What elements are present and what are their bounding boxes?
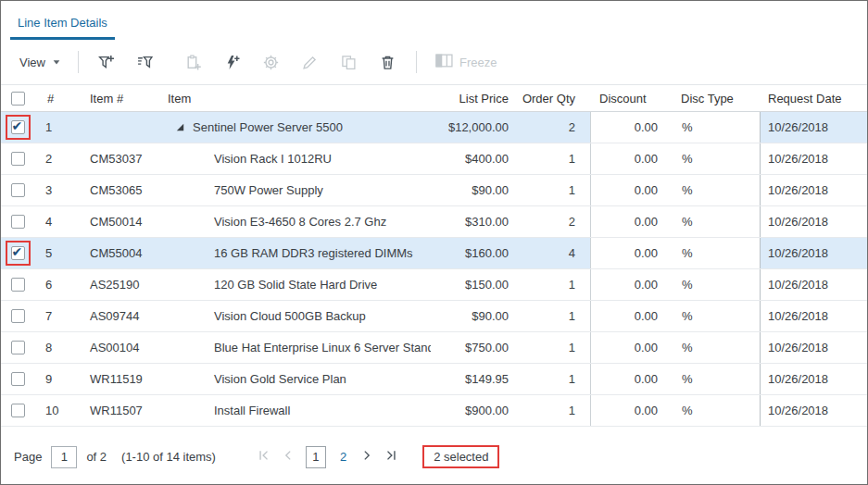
row-checkbox[interactable] — [11, 246, 25, 260]
checkbox-wrap — [6, 335, 31, 360]
discount-value[interactable]: 0.00 — [591, 175, 676, 205]
table-row-9[interactable]: 9WR11519Vision Gold Service Plan$149.951… — [1, 364, 867, 395]
disc-type-value[interactable]: % — [676, 112, 760, 143]
select-all-checkbox[interactable] — [11, 92, 25, 106]
add-filter-icon[interactable] — [90, 48, 123, 76]
row-checkbox[interactable] — [11, 120, 25, 134]
tree-collapse-icon[interactable] — [175, 122, 185, 132]
quick-create-icon[interactable] — [216, 48, 249, 76]
column-header-num[interactable]: # — [34, 85, 71, 111]
column-header-list-price[interactable]: List Price — [431, 85, 518, 111]
discount-editor[interactable]: 0.00% — [590, 112, 761, 143]
row-number: 1 — [45, 120, 52, 134]
row-checkbox[interactable] — [11, 404, 25, 417]
discount-editor[interactable]: 0.00% — [590, 206, 761, 237]
item-name: Blue Hat Enterprise Linux 6 Server Stand… — [214, 341, 431, 354]
disc-type-value[interactable]: % — [676, 395, 760, 426]
next-page-button[interactable] — [356, 446, 378, 468]
row-checkbox[interactable] — [11, 341, 25, 354]
disc-type-value[interactable]: % — [676, 143, 760, 174]
delete-icon[interactable] — [371, 48, 405, 76]
checkbox-wrap — [6, 146, 31, 171]
table-row-6[interactable]: 6AS25190120 GB Solid State Hard Drive$15… — [1, 269, 867, 301]
page-2-button[interactable]: 2 — [333, 450, 354, 464]
column-header-item[interactable]: Item — [160, 85, 431, 111]
table-header-row: #Item #ItemList PriceOrder QtyDiscountDi… — [1, 84, 867, 112]
item-code: AS00104 — [90, 341, 140, 354]
discount-value[interactable]: 0.00 — [591, 112, 676, 143]
discount-value[interactable]: 0.00 — [591, 395, 676, 426]
disc-type-value[interactable]: % — [676, 238, 760, 268]
row-checkbox[interactable] — [11, 152, 25, 166]
discount-value[interactable]: 0.00 — [591, 332, 676, 363]
table-row-7[interactable]: 7AS09744Vision Cloud 500GB Backup$90.001… — [1, 301, 867, 332]
disc-type-value[interactable]: % — [676, 301, 760, 331]
cell-item-code: CM50014 — [71, 206, 160, 237]
table-row-5[interactable]: 5CM5500416 GB RAM DDR3 registered DIMMs$… — [1, 238, 867, 269]
table-row-4[interactable]: 4CM50014Vision E3-4650 8 Cores 2.7 Ghz$3… — [1, 206, 867, 238]
first-page-icon — [258, 449, 270, 465]
discount-value[interactable]: 0.00 — [591, 364, 676, 394]
discount-value[interactable]: 0.00 — [591, 269, 676, 300]
disc-type-value[interactable]: % — [676, 332, 760, 363]
last-page-button[interactable] — [380, 446, 402, 468]
column-header-item-code[interactable]: Item # — [71, 85, 160, 111]
discount-editor[interactable]: 0.00% — [590, 395, 761, 426]
row-checkbox[interactable] — [11, 215, 25, 229]
discount-value[interactable]: 0.00 — [591, 206, 676, 237]
discount-editor[interactable]: 0.00% — [590, 175, 761, 205]
cell-request-date: 10/26/2018 — [761, 364, 867, 394]
tab-label: Line Item Details — [18, 16, 107, 30]
row-checkbox[interactable] — [11, 183, 25, 197]
column-header-request-date[interactable]: Request Date — [761, 85, 867, 111]
disc-type-value[interactable]: % — [676, 364, 760, 394]
row-checkbox[interactable] — [11, 372, 25, 386]
table-body: 1Sentinel Power Server 5500$12,000.0020.… — [1, 112, 867, 427]
discount-editor[interactable]: 0.00% — [590, 332, 761, 363]
row-checkbox[interactable] — [11, 278, 25, 292]
cell-select — [1, 269, 34, 300]
page-label: Page — [14, 450, 42, 464]
order-qty: 1 — [569, 372, 575, 386]
page-number-input[interactable] — [51, 446, 77, 468]
discount-editor[interactable]: 0.00% — [590, 238, 761, 268]
tab-line-item-details[interactable]: Line Item Details — [10, 6, 115, 40]
view-menu-button[interactable]: View — [14, 52, 67, 73]
item-name: Vision Gold Service Plan — [214, 372, 346, 386]
cell-item: Sentinel Power Server 5500 — [160, 112, 431, 143]
cell-item-code: CM55004 — [71, 238, 160, 268]
table-row-1[interactable]: 1Sentinel Power Server 5500$12,000.0020.… — [1, 112, 867, 143]
discount-value[interactable]: 0.00 — [591, 143, 676, 174]
disc-type-value[interactable]: % — [676, 206, 760, 237]
table-row-8[interactable]: 8AS00104Blue Hat Enterprise Linux 6 Serv… — [1, 332, 867, 364]
table-row-2[interactable]: 2CM53037Vision Rack I 1012RU$400.0010.00… — [1, 143, 867, 175]
checkbox-wrap — [6, 398, 31, 423]
discount-editor[interactable]: 0.00% — [590, 269, 761, 300]
column-header-disc-type[interactable]: Disc Type — [675, 85, 761, 111]
order-qty: 1 — [569, 404, 575, 417]
table-row-10[interactable]: 10WR11507Install Firewall$900.0010.00%10… — [1, 395, 867, 427]
request-date: 10/26/2018 — [768, 404, 828, 417]
column-header-order-qty[interactable]: Order Qty — [518, 85, 590, 111]
item-code: CM55004 — [90, 246, 142, 260]
cell-list-price: $150.00 — [431, 269, 518, 300]
row-checkbox[interactable] — [11, 309, 25, 323]
cell-order-qty: 1 — [518, 364, 590, 394]
item-name: Sentinel Power Server 5500 — [193, 120, 343, 134]
disc-type-value[interactable]: % — [676, 175, 760, 205]
column-header-discount[interactable]: Discount — [590, 85, 675, 111]
checkbox-wrap — [6, 178, 31, 203]
discount-value[interactable]: 0.00 — [591, 301, 676, 331]
cell-item: 16 GB RAM DDR3 registered DIMMs — [160, 238, 431, 268]
request-date: 10/26/2018 — [768, 372, 828, 386]
discount-value[interactable]: 0.00 — [591, 238, 676, 268]
filter-options-icon[interactable] — [129, 48, 162, 76]
table-row-3[interactable]: 3CM53065750W Power Supply$90.0010.00%10/… — [1, 175, 867, 206]
pagination: 1 2 — [253, 446, 402, 468]
discount-editor[interactable]: 0.00% — [590, 364, 761, 394]
discount-editor[interactable]: 0.00% — [590, 301, 761, 331]
row-number: 7 — [45, 309, 52, 323]
duplicate-icon — [333, 48, 366, 76]
disc-type-value[interactable]: % — [676, 269, 760, 300]
discount-editor[interactable]: 0.00% — [590, 143, 761, 174]
